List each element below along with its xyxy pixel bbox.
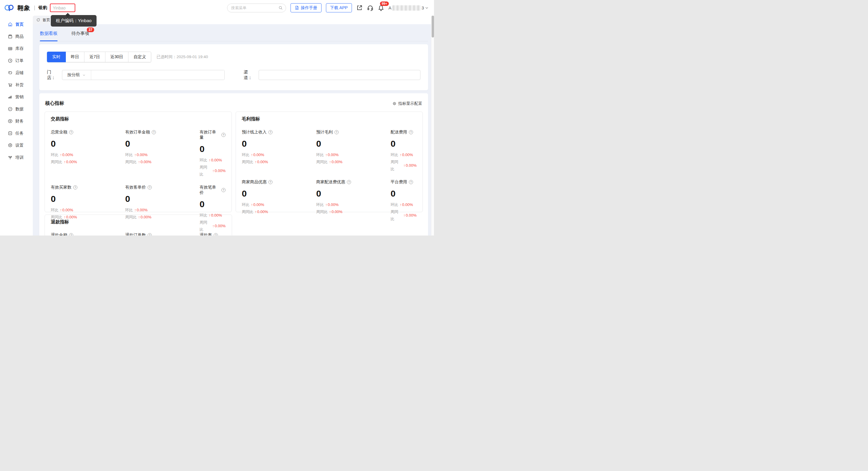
metric-valid-ticket-price: 有效笔单价? 0 环比↑0.00% 周同比↑0.00% [199,185,225,233]
metric-merchant-delivery-discount: 商家配送费优惠? 0 环比↑0.00% 周同比↑0.00% [316,180,391,222]
metric-total-revenue: 总营业额? 0 环比↑0.00% 周同比↑0.00% [51,130,125,178]
brand-logo [4,4,15,12]
channel-filter-input[interactable] [259,70,421,80]
channel-filter-label: 渠道： [244,69,256,81]
chevron-down-icon [82,73,86,77]
sidebar-item-goods[interactable]: 商品 [0,30,33,42]
notification-count-badge: 99+ [380,1,389,6]
tab-todo-items[interactable]: 待办事项 37 [71,31,89,41]
manual-button[interactable]: 操作手册 [290,3,321,12]
core-metrics-title: 核心指标 [45,100,64,106]
menu-search-input[interactable] [227,4,286,12]
data-icon [8,106,13,112]
transaction-metrics-card: 交易指标 总营业额? 0 环比↑0.00% 周同比↑0.00% 有效订单金额? [44,112,232,212]
time-option-yesterday[interactable]: 昨日 [66,52,85,62]
time-option-custom[interactable]: 自定义 [128,52,151,62]
metric-refund-rate: 退款率? [199,232,226,236]
help-icon[interactable]: ? [221,188,225,192]
filter-panel: 实时 昨日 近7日 近30日 自定义 已选时间：2025-09-01 19:40… [39,44,428,90]
brand-secondary: 银豹 [38,5,47,11]
settings-icon [8,143,13,148]
store-filter-label: 门店： [47,69,60,81]
metric-valid-order-count: 有效订单量? 0 环比↑0.00% 周同比↑0.00% [199,130,225,178]
sidebar-item-orders[interactable]: 订单 [0,55,33,67]
metric-display-config-button[interactable]: 指标显示配置 [392,101,422,106]
help-icon[interactable]: ? [409,180,413,184]
help-icon[interactable]: ? [73,185,78,189]
notifications-bell-icon[interactable]: 99+ [378,5,384,11]
external-link-icon[interactable] [356,5,363,11]
help-icon[interactable]: ? [347,180,351,184]
sidebar-item-replenish[interactable]: 补货 [0,79,33,91]
metric-valid-customer-price: 有效客单价? 0 环比↑0.00% 周同比↑0.00% [125,185,199,233]
sidebar-item-settings[interactable]: 设置 [0,139,33,151]
time-option-7d[interactable]: 近7日 [85,52,105,62]
help-icon[interactable]: ? [268,180,273,184]
metric-valid-order-amount: 有效订单金额? 0 环比↑0.00% 周同比↑0.00% [125,130,199,178]
todo-count-badge: 37 [87,27,94,32]
help-icon[interactable]: ? [214,233,218,236]
download-app-button[interactable]: 下载 APP [326,3,352,12]
content-area: 数据看板 待办事项 37 实时 昨日 近7日 近30日 自定义 [33,24,434,236]
time-option-30d[interactable]: 近30日 [105,52,129,62]
help-icon[interactable]: ? [152,130,156,134]
sidebar: 首页 商品 库存 订单 店铺 补货 [0,15,33,236]
card-title: 交易指标 [51,116,225,122]
tab-data-dashboard[interactable]: 数据看板 [40,31,58,41]
scrollbar-thumb[interactable] [432,15,434,37]
time-option-realtime[interactable]: 实时 [47,52,66,62]
brand-divider [34,6,35,10]
metric-delivery-fee: 配送费用? 0 环比↑0.00% 周同比↑0.00% [391,130,416,172]
headset-icon[interactable] [367,5,373,11]
core-metrics-panel: 核心指标 指标显示配置 交易指标 总营业额? [39,93,428,236]
selected-time-text: 已选时间：2025-09-01 19:40 [156,54,208,60]
store-filter-combo: 按分组 [62,70,225,80]
help-icon[interactable]: ? [221,133,225,137]
metric-refund-order-count: 退款订单数? [125,232,199,236]
sidebar-item-finance[interactable]: 财务 [0,115,33,127]
chevron-down-icon [425,6,429,10]
store-filter-input[interactable] [91,70,224,80]
orders-icon [8,58,13,63]
help-icon[interactable]: ? [69,233,73,236]
help-icon[interactable]: ? [409,130,413,134]
inventory-icon [8,46,13,51]
top-bar: 翱象 银豹 操作手册 下载 APP 99+ [0,0,434,15]
tenant-code-input[interactable] [50,4,75,12]
menu-search [227,4,286,12]
goods-icon [8,34,13,39]
help-icon[interactable]: ? [335,130,339,134]
brand-name: 翱象 [17,4,31,12]
help-icon[interactable]: ? [148,185,152,189]
help-icon[interactable]: ? [268,130,273,134]
sidebar-item-tasks[interactable]: 任务 [0,127,33,139]
replenish-icon [8,82,13,87]
sidebar-item-marketing[interactable]: 营销 [0,91,33,103]
dashboard-tabs: 数据看板 待办事项 37 [39,24,428,41]
vertical-scrollbar [431,15,434,236]
time-range-segmented-control: 实时 昨日 近7日 近30日 自定义 [47,52,151,62]
sidebar-item-home[interactable]: 首页 [0,18,33,30]
metric-merchant-goods-discount: 商家商品优惠? 0 环比↑0.00% 周同比↑0.00% [242,180,316,222]
sidebar-item-training[interactable]: 培训 [0,151,33,163]
sidebar-item-store[interactable]: 店铺 [0,67,33,79]
user-name-redacted [392,5,421,11]
user-menu[interactable]: A 3 [389,5,429,11]
metric-platform-fee: 平台费用? 0 环比↑0.00% 周同比↑0.00% [391,180,416,222]
home-icon [8,22,13,27]
training-icon [8,155,13,160]
card-title: 毛利指标 [242,116,416,122]
metric-valid-buyers: 有效买家数? 0 环比↑0.00% 周同比↑0.00% [51,185,125,233]
app-window: 翱象 银豹 操作手册 下载 APP 99+ [0,0,434,236]
search-icon [278,6,283,10]
sidebar-item-data[interactable]: 数据 [0,103,33,115]
metric-refund-amount: 退款金额? [51,232,125,236]
help-icon[interactable]: ? [69,130,73,134]
store-icon [8,70,13,75]
group-by-select[interactable]: 按分组 [62,70,91,80]
document-icon [294,6,299,10]
help-icon[interactable]: ? [148,233,152,236]
tenant-code-tooltip: 租户编码：Yinbao [51,15,97,27]
sidebar-item-inventory[interactable]: 库存 [0,42,33,55]
refresh-icon[interactable] [36,18,40,22]
